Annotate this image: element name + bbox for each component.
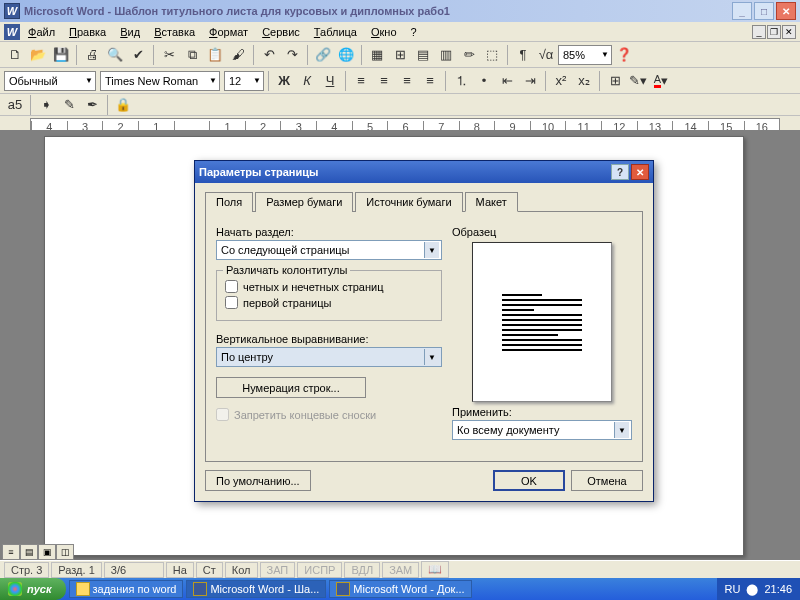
- dialog-titlebar[interactable]: Параметры страницы ? ✕: [195, 161, 653, 183]
- menubar: W Файл Правка Вид Вставка Формат Сервис …: [0, 22, 800, 42]
- paste-icon[interactable]: 📋: [204, 44, 226, 66]
- bullet-list-icon[interactable]: •: [473, 70, 495, 92]
- menu-format[interactable]: Формат: [203, 24, 254, 40]
- doc-minimize[interactable]: _: [752, 25, 766, 39]
- close-button[interactable]: ✕: [776, 2, 796, 20]
- clock[interactable]: 21:46: [764, 583, 792, 595]
- pen-icon[interactable]: ✒: [81, 94, 103, 116]
- doc-close[interactable]: ✕: [782, 25, 796, 39]
- autotext-icon[interactable]: а5: [4, 94, 26, 116]
- separator: [361, 45, 362, 65]
- menu-insert[interactable]: Вставка: [148, 24, 201, 40]
- save-icon[interactable]: 💾: [50, 44, 72, 66]
- font-color-icon[interactable]: A▾: [650, 70, 672, 92]
- underline-icon[interactable]: Ч: [319, 70, 341, 92]
- status-ovr[interactable]: ЗАМ: [382, 562, 419, 578]
- odd-even-checkbox[interactable]: четных и нечетных страниц: [225, 280, 433, 293]
- fontsize-combo[interactable]: 12▼: [224, 71, 264, 91]
- subscript-icon[interactable]: x₂: [573, 70, 595, 92]
- style-combo[interactable]: Обычный▼: [4, 71, 96, 91]
- status-rec[interactable]: ЗАП: [260, 562, 296, 578]
- start-button[interactable]: пуск: [0, 578, 66, 600]
- doc-restore[interactable]: ❐: [767, 25, 781, 39]
- status-trk[interactable]: ИСПР: [297, 562, 342, 578]
- taskbar-item-1[interactable]: задания по word: [69, 580, 184, 598]
- menu-edit[interactable]: Правка: [63, 24, 112, 40]
- columns-icon[interactable]: ▥: [435, 44, 457, 66]
- align-right-icon[interactable]: ≡: [396, 70, 418, 92]
- language-indicator[interactable]: RU: [725, 583, 741, 595]
- minimize-button[interactable]: _: [732, 2, 752, 20]
- new-doc-icon[interactable]: 🗋: [4, 44, 26, 66]
- web-toolbar-icon[interactable]: 🌐: [335, 44, 357, 66]
- tab-layout[interactable]: Макет: [465, 192, 518, 212]
- outdent-icon[interactable]: ⇤: [496, 70, 518, 92]
- valign-combo[interactable]: По центру▼: [216, 347, 442, 367]
- align-center-icon[interactable]: ≡: [373, 70, 395, 92]
- standard-toolbar: 🗋 📂 💾 🖨 🔍 ✔ ✂ ⧉ 📋 🖌 ↶ ↷ 🔗 🌐 ▦ ⊞ ▤ ▥ ✏ ⬚ …: [0, 42, 800, 68]
- headers-footers-group: Различать колонтитулы четных и нечетных …: [216, 270, 442, 321]
- numbered-list-icon[interactable]: ⒈: [450, 70, 472, 92]
- section-start-label: Начать раздел:: [216, 226, 442, 238]
- spellcheck-icon[interactable]: ✔: [127, 44, 149, 66]
- apply-to-combo[interactable]: Ко всему документу▼: [452, 420, 632, 440]
- tables-borders-icon[interactable]: ▦: [366, 44, 388, 66]
- undo-icon[interactable]: ↶: [258, 44, 280, 66]
- show-marks-icon[interactable]: ¶: [512, 44, 534, 66]
- menu-window[interactable]: Окно: [365, 24, 403, 40]
- tray-icon[interactable]: ⬤: [746, 583, 758, 596]
- comment-icon[interactable]: ➧: [35, 94, 57, 116]
- line-numbers-button[interactable]: Нумерация строк...: [216, 377, 366, 398]
- help-icon[interactable]: ❓: [613, 44, 635, 66]
- taskbar-item-2[interactable]: Microsoft Word - Ша...: [186, 580, 326, 598]
- menu-file[interactable]: Файл: [22, 24, 61, 40]
- cancel-button[interactable]: Отмена: [571, 470, 643, 491]
- tab-paper-source[interactable]: Источник бумаги: [355, 192, 462, 212]
- menu-help[interactable]: ?: [405, 24, 423, 40]
- maximize-button[interactable]: □: [754, 2, 774, 20]
- zoom-combo[interactable]: 85%▼: [558, 45, 612, 65]
- tab-paper-size[interactable]: Размер бумаги: [255, 192, 353, 212]
- weblayout-view-icon[interactable]: ▤: [20, 544, 38, 560]
- dialog-close-button[interactable]: ✕: [631, 164, 649, 180]
- normal-view-icon[interactable]: ≡: [2, 544, 20, 560]
- borders-icon[interactable]: ⊞: [604, 70, 626, 92]
- first-page-checkbox[interactable]: первой страницы: [225, 296, 433, 309]
- section-start-combo[interactable]: Со следующей страницы▼: [216, 240, 442, 260]
- print-preview-icon[interactable]: 🔍: [104, 44, 126, 66]
- default-button[interactable]: По умолчанию...: [205, 470, 311, 491]
- menu-view[interactable]: Вид: [114, 24, 146, 40]
- justify-icon[interactable]: ≡: [419, 70, 441, 92]
- taskbar-item-3[interactable]: Microsoft Word - Док...: [329, 580, 471, 598]
- ok-button[interactable]: OK: [493, 470, 565, 491]
- redo-icon[interactable]: ↷: [281, 44, 303, 66]
- highlight2-icon[interactable]: ✎: [58, 94, 80, 116]
- print-icon[interactable]: 🖨: [81, 44, 103, 66]
- copy-icon[interactable]: ⧉: [181, 44, 203, 66]
- bold-icon[interactable]: Ж: [273, 70, 295, 92]
- indent-icon[interactable]: ⇥: [519, 70, 541, 92]
- sqrt-icon[interactable]: √α: [535, 44, 557, 66]
- docmap-icon[interactable]: ⬚: [481, 44, 503, 66]
- cut-icon[interactable]: ✂: [158, 44, 180, 66]
- hyperlink-icon[interactable]: 🔗: [312, 44, 334, 66]
- pagelayout-view-icon[interactable]: ▣: [38, 544, 56, 560]
- status-book-icon[interactable]: 📖: [421, 561, 449, 578]
- highlight-icon[interactable]: ✎▾: [627, 70, 649, 92]
- menu-table[interactable]: Таблица: [308, 24, 363, 40]
- drawing-icon[interactable]: ✏: [458, 44, 480, 66]
- insert-table-icon[interactable]: ⊞: [389, 44, 411, 66]
- outline-view-icon[interactable]: ◫: [56, 544, 74, 560]
- status-ext[interactable]: ВДЛ: [344, 562, 380, 578]
- format-painter-icon[interactable]: 🖌: [227, 44, 249, 66]
- tab-fields[interactable]: Поля: [205, 192, 253, 212]
- open-icon[interactable]: 📂: [27, 44, 49, 66]
- lock-icon[interactable]: 🔒: [112, 94, 134, 116]
- align-left-icon[interactable]: ≡: [350, 70, 372, 92]
- italic-icon[interactable]: К: [296, 70, 318, 92]
- font-combo[interactable]: Times New Roman▼: [100, 71, 220, 91]
- superscript-icon[interactable]: x²: [550, 70, 572, 92]
- menu-tools[interactable]: Сервис: [256, 24, 306, 40]
- dialog-help-button[interactable]: ?: [611, 164, 629, 180]
- excel-icon[interactable]: ▤: [412, 44, 434, 66]
